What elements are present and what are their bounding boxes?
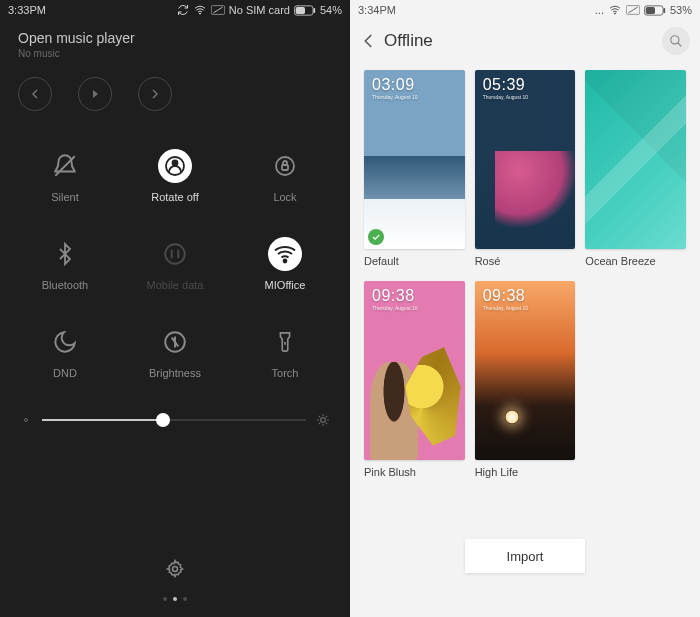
toggle-mobiledata[interactable]: Mobile data [120,237,230,291]
status-bar: 3:33PM No SIM card 54% [0,0,350,20]
sync-icon [177,4,189,16]
search-icon [669,34,683,48]
toggle-bluetooth[interactable]: Bluetooth [10,237,120,291]
status-battery: 54% [320,4,342,16]
theme-item[interactable]: Ocean Breeze [585,70,686,267]
svg-line-20 [628,7,637,13]
theme-thumbnail: 03:09Thursday, August 10 [364,70,465,249]
svg-rect-4 [313,7,315,12]
toggle-dnd[interactable]: DND [10,325,120,379]
back-button[interactable] [360,32,378,50]
toggle-label: Torch [272,367,299,379]
page-indicator [0,597,350,601]
theme-name: High Life [475,466,576,478]
svg-point-15 [25,419,28,422]
brightness-slider[interactable] [42,419,306,421]
lock-icon [268,149,302,183]
wifi-icon [193,4,207,16]
toggle-torch[interactable]: Torch [230,325,340,379]
music-play-button[interactable] [78,77,112,111]
svg-point-16 [321,418,326,423]
theme-name: Rosé [475,255,576,267]
status-time: 3:34PM [358,4,396,16]
music-prev-button[interactable] [18,77,52,111]
no-sim-icon [211,5,225,15]
music-title: Open music player [18,30,332,46]
status-icons: ... 53% [595,4,692,16]
theme-item[interactable]: 09:38Thursday, August 10Pink Blush [364,281,465,478]
svg-rect-10 [282,165,288,170]
toggle-label: Silent [51,191,79,203]
music-controls [0,65,350,131]
mobiledata-icon [158,237,192,271]
svg-point-0 [199,13,200,14]
toggle-brightness[interactable]: Brightness [120,325,230,379]
torch-icon [268,325,302,359]
toggle-label: Rotate off [151,191,199,203]
svg-point-9 [276,157,294,175]
toggle-label: Lock [273,191,296,203]
selected-badge [368,229,384,245]
theme-name: Default [364,255,465,267]
svg-line-2 [213,7,222,13]
page-title: Offline [384,31,433,51]
svg-rect-5 [296,7,305,14]
toggle-lock[interactable]: Lock [230,149,340,203]
nav-bar: Offline [350,20,700,62]
brightness-high-icon [316,413,330,427]
music-player-widget[interactable]: Open music player No music [0,20,350,65]
music-subtitle: No music [18,48,332,59]
status-bar: 3:34PM ... 53% [350,0,700,20]
svg-point-11 [165,244,185,264]
import-button[interactable]: Import [465,539,585,573]
toggle-label: Mobile data [147,279,204,291]
status-more-icon: ... [595,4,604,16]
theme-thumbnail: 09:38Thursday, August 10 [475,281,576,460]
toggle-wifi[interactable]: MIOffice [230,237,340,291]
dnd-icon [48,325,82,359]
svg-rect-22 [663,7,665,12]
settings-button[interactable] [0,559,350,579]
svg-point-17 [173,567,178,572]
svg-point-24 [671,36,679,44]
toggle-rotate[interactable]: Rotate off [120,149,230,203]
svg-point-8 [173,161,178,166]
battery-icon [294,5,316,16]
theme-item[interactable]: 03:09Thursday, August 10Default [364,70,465,267]
theme-name: Pink Blush [364,466,465,478]
theme-thumbnail: 05:39Thursday, August 10 [475,70,576,249]
svg-rect-23 [646,7,655,14]
music-next-button[interactable] [138,77,172,111]
status-time: 3:33PM [8,4,46,16]
brightness-icon [158,325,192,359]
wifi-icon [268,237,302,271]
import-label: Import [507,549,544,564]
silent-icon [48,149,82,183]
search-button[interactable] [662,27,690,55]
status-battery: 53% [670,4,692,16]
theme-thumbnail: 09:38Thursday, August 10 [364,281,465,460]
bluetooth-icon [48,237,82,271]
brightness-low-icon [20,414,32,426]
no-sim-icon [626,5,640,15]
gear-icon [165,559,185,579]
toggle-label: Brightness [149,367,201,379]
status-sim-text: No SIM card [229,4,290,16]
theme-item[interactable]: 05:39Thursday, August 10Rosé [475,70,576,267]
quick-settings-screen: 3:33PM No SIM card 54% Open music player… [0,0,350,617]
theme-thumbnail [585,70,686,249]
theme-name: Ocean Breeze [585,255,686,267]
wifi-icon [608,4,622,16]
toggle-silent[interactable]: Silent [10,149,120,203]
rotate-icon [158,149,192,183]
svg-point-12 [284,260,287,263]
themes-offline-screen: 3:34PM ... 53% Offline 03:09Thursday, Au… [350,0,700,617]
toggle-label: DND [53,367,77,379]
brightness-slider-row [0,389,350,437]
theme-grid: 03:09Thursday, August 10Default05:39Thur… [350,62,700,486]
toggle-grid: SilentRotate offLockBluetoothMobile data… [0,131,350,389]
svg-point-18 [614,13,615,14]
toggle-label: MIOffice [265,279,306,291]
toggle-label: Bluetooth [42,279,88,291]
theme-item[interactable]: 09:38Thursday, August 10High Life [475,281,576,478]
